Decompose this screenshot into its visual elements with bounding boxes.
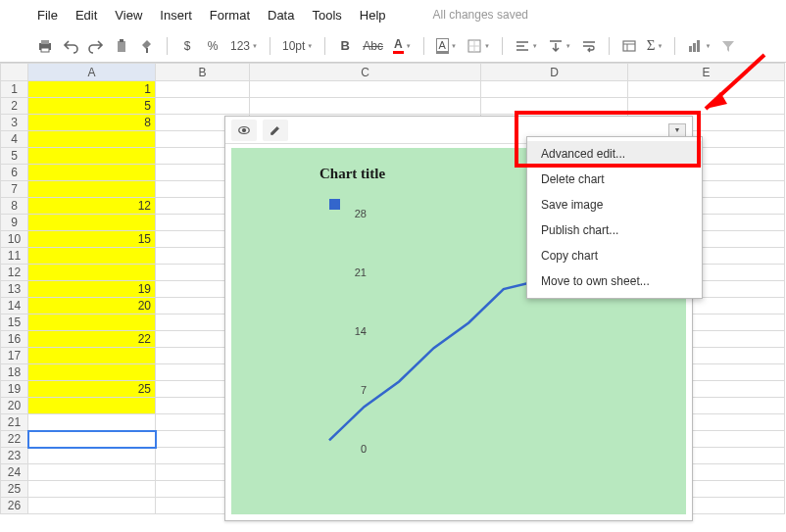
filter-icon[interactable] xyxy=(718,35,738,57)
row-header[interactable]: 14 xyxy=(1,298,28,314)
currency-button[interactable]: $ xyxy=(177,35,197,57)
row-header[interactable]: 1 xyxy=(1,81,28,98)
cell[interactable] xyxy=(28,131,156,148)
row-header[interactable]: 21 xyxy=(1,414,28,431)
cell[interactable]: 20 xyxy=(28,298,156,314)
row-header[interactable]: 7 xyxy=(1,181,28,198)
menu-view[interactable]: View xyxy=(115,8,142,23)
cell[interactable] xyxy=(28,265,156,281)
row-header[interactable]: 12 xyxy=(1,265,28,281)
cell[interactable] xyxy=(250,98,481,115)
row-header[interactable]: 18 xyxy=(1,364,28,381)
menu-save-image[interactable]: Save image xyxy=(527,192,702,218)
cell[interactable] xyxy=(28,414,156,431)
row-header[interactable]: 2 xyxy=(1,98,28,115)
menu-file[interactable]: File xyxy=(37,8,58,23)
menu-edit[interactable]: Edit xyxy=(75,8,97,23)
cell[interactable] xyxy=(28,348,156,364)
cell[interactable]: 8 xyxy=(28,115,156,131)
menu-delete-chart[interactable]: Delete chart xyxy=(527,167,702,192)
col-header-A[interactable]: A xyxy=(28,64,156,81)
cell[interactable]: 1 xyxy=(28,81,156,98)
font-size-button[interactable]: 10pt xyxy=(280,35,315,57)
undo-icon[interactable] xyxy=(61,35,80,57)
paint-format-icon[interactable] xyxy=(137,35,157,57)
row-header[interactable]: 8 xyxy=(1,198,28,215)
clipboard-icon[interactable] xyxy=(112,35,131,57)
cell[interactable] xyxy=(28,448,156,464)
cell[interactable]: 5 xyxy=(28,98,156,115)
text-color-button[interactable]: A xyxy=(391,35,414,57)
cell[interactable] xyxy=(156,98,250,115)
wrap-text-button[interactable] xyxy=(579,35,599,57)
cell[interactable] xyxy=(481,81,628,98)
cell[interactable] xyxy=(28,215,156,231)
cell[interactable]: 19 xyxy=(28,281,156,298)
col-header-C[interactable]: C xyxy=(250,64,481,81)
valign-button[interactable] xyxy=(546,35,573,57)
cell[interactable] xyxy=(28,181,156,198)
functions-button[interactable]: Σ xyxy=(645,35,665,57)
menu-insert[interactable]: Insert xyxy=(160,8,192,23)
menu-format[interactable]: Format xyxy=(210,8,250,23)
insert-link-icon[interactable] xyxy=(619,35,639,57)
borders-button[interactable] xyxy=(465,35,492,57)
spreadsheet-grid[interactable]: A B C D E 112538456781291015111213191420… xyxy=(0,63,786,532)
cell[interactable]: 22 xyxy=(28,331,156,348)
cell[interactable] xyxy=(28,165,156,181)
row-header[interactable]: 4 xyxy=(1,131,28,148)
row-header[interactable]: 10 xyxy=(1,231,28,248)
row-header[interactable]: 15 xyxy=(1,314,28,331)
cell[interactable] xyxy=(28,364,156,381)
chart-edit-mode-icon[interactable] xyxy=(263,120,288,141)
print-icon[interactable] xyxy=(35,35,55,57)
number-format-button[interactable]: 123 xyxy=(228,35,260,57)
fill-color-button[interactable]: A xyxy=(434,35,459,57)
redo-icon[interactable] xyxy=(86,35,106,57)
cell[interactable] xyxy=(28,314,156,331)
cell[interactable]: 25 xyxy=(28,381,156,398)
row-header[interactable]: 6 xyxy=(1,165,28,181)
insert-chart-icon[interactable] xyxy=(685,35,712,57)
cell[interactable] xyxy=(250,81,481,98)
row-header[interactable]: 22 xyxy=(1,431,28,448)
chart-view-mode-icon[interactable] xyxy=(231,120,257,141)
row-header[interactable]: 25 xyxy=(1,481,28,498)
strikethrough-button[interactable]: Abc xyxy=(361,35,385,57)
select-all-corner[interactable] xyxy=(1,64,28,81)
cell[interactable]: 15 xyxy=(28,231,156,248)
row-header[interactable]: 24 xyxy=(1,464,28,481)
row-header[interactable]: 16 xyxy=(1,331,28,348)
menu-advanced-edit[interactable]: Advanced edit... xyxy=(527,141,702,167)
chart-menu-dropdown[interactable]: ▼ xyxy=(668,123,686,137)
row-header[interactable]: 23 xyxy=(1,448,28,464)
row-header[interactable]: 9 xyxy=(1,215,28,231)
row-header[interactable]: 26 xyxy=(1,498,28,514)
cell[interactable] xyxy=(28,498,156,514)
menu-help[interactable]: Help xyxy=(360,8,386,23)
halign-button[interactable] xyxy=(513,35,540,57)
cell[interactable] xyxy=(28,398,156,414)
cell[interactable] xyxy=(28,248,156,265)
menu-publish-chart[interactable]: Publish chart... xyxy=(527,218,702,243)
cell[interactable] xyxy=(628,81,785,98)
row-header[interactable]: 11 xyxy=(1,248,28,265)
percent-button[interactable]: % xyxy=(203,35,222,57)
cell[interactable] xyxy=(28,148,156,165)
menu-data[interactable]: Data xyxy=(268,8,294,23)
cell[interactable] xyxy=(481,98,628,115)
row-header[interactable]: 19 xyxy=(1,381,28,398)
row-header[interactable]: 13 xyxy=(1,281,28,298)
cell[interactable] xyxy=(28,481,156,498)
cell[interactable] xyxy=(628,98,785,115)
cell[interactable] xyxy=(28,464,156,481)
col-header-D[interactable]: D xyxy=(481,64,628,81)
menu-tools[interactable]: Tools xyxy=(312,8,341,23)
row-header[interactable]: 3 xyxy=(1,115,28,131)
row-header[interactable]: 20 xyxy=(1,398,28,414)
col-header-B[interactable]: B xyxy=(156,64,250,81)
cell[interactable]: 12 xyxy=(28,198,156,215)
cell[interactable] xyxy=(28,431,156,448)
row-header[interactable]: 5 xyxy=(1,148,28,165)
row-header[interactable]: 17 xyxy=(1,348,28,364)
